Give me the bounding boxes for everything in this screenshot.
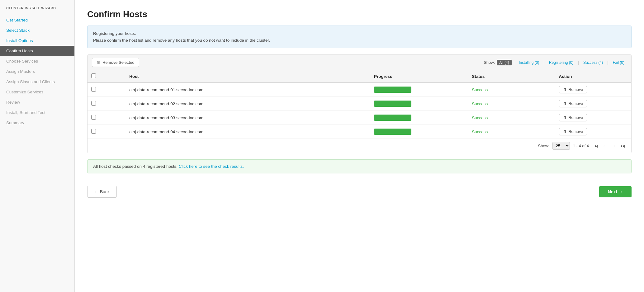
- row-checkbox-1[interactable]: [91, 101, 96, 106]
- info-line2: Please confirm the host list and remove …: [93, 37, 626, 44]
- table-row: albj-data-recommend-01.secoo-inc.com Suc…: [88, 82, 631, 97]
- sidebar-item-confirm-hosts[interactable]: Confirm Hosts: [0, 46, 74, 56]
- status-badge-0: Success: [472, 87, 488, 92]
- progress-bar-wrap-3: [374, 129, 411, 135]
- success-banner: All host checks passed on 4 registered h…: [87, 159, 632, 173]
- sidebar-item-customize-services: Customize Services: [0, 87, 74, 97]
- show-label: Show:: [484, 60, 495, 65]
- sidebar-title: CLUSTER INSTALL WIZARD: [0, 6, 74, 15]
- remove-selected-label: Remove Selected: [102, 60, 135, 65]
- trash-icon-row-0: 🗑: [563, 87, 567, 92]
- remove-row-button-0[interactable]: 🗑 Remove: [559, 86, 587, 93]
- bottom-nav: ← Back Next →: [87, 183, 632, 198]
- row-action-2: 🗑 Remove: [555, 111, 631, 125]
- sidebar-item-get-started[interactable]: Get Started: [0, 15, 74, 25]
- row-checkbox-2[interactable]: [91, 115, 96, 120]
- row-progress-2: [370, 111, 468, 125]
- progress-bar-fill-1: [374, 101, 411, 107]
- progress-bar-fill-3: [374, 129, 411, 135]
- info-line1: Registering your hosts.: [93, 30, 626, 37]
- progress-bar-fill-0: [374, 87, 411, 93]
- success-banner-text: All host checks passed on 4 registered h…: [93, 164, 178, 169]
- row-progress-1: [370, 97, 468, 111]
- progress-bar-wrap-2: [374, 115, 411, 121]
- main-content: Confirm Hosts Registering your hosts. Pl…: [75, 0, 644, 292]
- sidebar-item-review: Review: [0, 97, 74, 107]
- filter-success[interactable]: Success (4): [581, 60, 605, 65]
- back-button[interactable]: ← Back: [87, 186, 117, 198]
- info-box: Registering your hosts. Please confirm t…: [87, 26, 632, 48]
- progress-bar-wrap-0: [374, 87, 411, 93]
- trash-icon: 🗑: [97, 60, 101, 65]
- pagination-prev-button[interactable]: ←: [601, 143, 609, 149]
- filter-registering[interactable]: Registering (0): [547, 60, 576, 65]
- col-header-status: Status: [468, 70, 555, 82]
- col-header-host: Host: [125, 70, 370, 82]
- sidebar-item-install-options[interactable]: Install Options: [0, 35, 74, 46]
- trash-icon-row-3: 🗑: [563, 130, 567, 134]
- remove-row-button-1[interactable]: 🗑 Remove: [559, 100, 587, 107]
- select-all-checkbox[interactable]: [91, 73, 96, 78]
- row-checkbox-cell: [88, 111, 125, 125]
- pagination-nav: ⏮ ← → ⏭: [592, 143, 627, 149]
- progress-bar-fill-2: [374, 115, 411, 121]
- row-action-3: 🗑 Remove: [555, 125, 631, 139]
- pagination-row: Show: 25 50 100 1 - 4 of 4 ⏮ ← → ⏭: [88, 139, 631, 153]
- sidebar: CLUSTER INSTALL WIZARD Get Started Selec…: [0, 0, 75, 292]
- col-header-progress: Progress: [370, 70, 468, 82]
- row-progress-0: [370, 82, 468, 97]
- row-action-0: 🗑 Remove: [555, 82, 631, 97]
- pagination-next-button[interactable]: →: [610, 143, 618, 149]
- status-badge-3: Success: [472, 130, 488, 134]
- row-checkbox-0[interactable]: [91, 87, 96, 92]
- next-button[interactable]: Next →: [599, 186, 632, 197]
- remove-row-button-2[interactable]: 🗑 Remove: [559, 114, 587, 121]
- sidebar-item-summary: Summary: [0, 118, 74, 128]
- row-action-1: 🗑 Remove: [555, 97, 631, 111]
- row-checkbox-cell: [88, 82, 125, 97]
- row-status-0: Success: [468, 82, 555, 97]
- status-badge-2: Success: [472, 115, 488, 120]
- status-badge-1: Success: [472, 101, 488, 106]
- remove-selected-button[interactable]: 🗑 Remove Selected: [92, 58, 139, 67]
- row-host-0: albj-data-recommend-01.secoo-inc.com: [125, 82, 370, 97]
- filter-fail[interactable]: Fail (0): [610, 60, 627, 65]
- sidebar-item-assign-masters: Assign Masters: [0, 66, 74, 77]
- row-progress-3: [370, 125, 468, 139]
- table-toolbar: 🗑 Remove Selected Show: All (4) | Instal…: [88, 55, 631, 70]
- remove-row-button-3[interactable]: 🗑 Remove: [559, 128, 587, 135]
- pagination-last-button[interactable]: ⏭: [619, 143, 627, 149]
- filter-installing[interactable]: Installing (0): [516, 60, 542, 65]
- hosts-table: Host Progress Status Action albj-data-re…: [88, 70, 631, 139]
- pagination-show-label: Show:: [538, 144, 549, 148]
- sidebar-item-install-start-test: Install, Start and Test: [0, 107, 74, 118]
- col-header-action: Action: [555, 70, 631, 82]
- table-row: albj-data-recommend-02.secoo-inc.com Suc…: [88, 97, 631, 111]
- pagination-range: 1 - 4 of 4: [573, 144, 589, 148]
- trash-icon-row-1: 🗑: [563, 101, 567, 106]
- row-checkbox-3[interactable]: [91, 129, 96, 134]
- row-host-1: albj-data-recommend-02.secoo-inc.com: [125, 97, 370, 111]
- row-host-2: albj-data-recommend-03.secoo-inc.com: [125, 111, 370, 125]
- table-row: albj-data-recommend-03.secoo-inc.com Suc…: [88, 111, 631, 125]
- trash-icon-row-2: 🗑: [563, 115, 567, 120]
- sidebar-item-assign-slaves: Assign Slaves and Clients: [0, 77, 74, 87]
- filter-all[interactable]: All (4): [497, 60, 511, 65]
- row-checkbox-cell: [88, 125, 125, 139]
- page-title: Confirm Hosts: [87, 9, 632, 19]
- sidebar-item-select-stack[interactable]: Select Stack: [0, 25, 74, 35]
- show-filter: Show: All (4) | Installing (0) | Registe…: [484, 60, 627, 65]
- row-status-1: Success: [468, 97, 555, 111]
- progress-bar-wrap-1: [374, 101, 411, 107]
- row-host-3: albj-data-recommend-04.secoo-inc.com: [125, 125, 370, 139]
- hosts-table-card: 🗑 Remove Selected Show: All (4) | Instal…: [87, 54, 632, 153]
- row-checkbox-cell: [88, 97, 125, 111]
- row-status-3: Success: [468, 125, 555, 139]
- pagination-per-page-select[interactable]: 25 50 100: [552, 142, 570, 150]
- sidebar-item-choose-services: Choose Services: [0, 56, 74, 66]
- table-row: albj-data-recommend-04.secoo-inc.com Suc…: [88, 125, 631, 139]
- check-results-link[interactable]: Click here to see the check results.: [179, 164, 244, 169]
- pagination-first-button[interactable]: ⏮: [592, 143, 600, 149]
- row-status-2: Success: [468, 111, 555, 125]
- col-header-checkbox: [88, 70, 125, 82]
